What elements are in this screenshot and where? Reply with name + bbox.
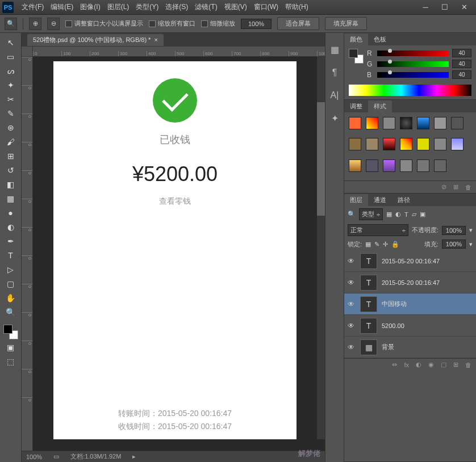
gradient-tool[interactable]: ▦ <box>3 192 18 205</box>
style-swatch[interactable] <box>400 138 412 150</box>
chevron-right-icon[interactable]: ▸ <box>132 453 136 460</box>
color-slider[interactable] <box>377 51 449 56</box>
move-tool[interactable]: ↖ <box>3 36 18 49</box>
zoom-out-icon[interactable]: ⊖ <box>47 18 60 30</box>
magic-wand-tool[interactable]: ✦ <box>3 79 18 91</box>
panel-tab[interactable]: 颜色 <box>344 33 368 45</box>
lock-position-icon[interactable]: ✎ <box>374 241 379 248</box>
menu-item[interactable]: 文件(F) <box>18 0 47 14</box>
character-icon[interactable]: A| <box>331 90 339 100</box>
fx-icon[interactable]: fx <box>404 362 409 368</box>
brush-panel-icon[interactable]: ✦ <box>331 113 339 124</box>
style-swatch[interactable] <box>417 138 429 150</box>
color-swatches[interactable] <box>3 325 18 339</box>
style-swatch[interactable] <box>383 117 395 129</box>
style-swatch[interactable] <box>434 138 446 150</box>
type-tool[interactable]: T <box>3 249 18 262</box>
style-swatch[interactable] <box>349 159 361 172</box>
vertical-scrollbar[interactable] <box>317 57 325 439</box>
fit-screen-button[interactable]: 适合屏幕 <box>277 17 319 30</box>
menu-item[interactable]: 视图(V) <box>221 0 250 14</box>
color-value[interactable]: 40 <box>452 49 471 57</box>
close-icon[interactable]: × <box>154 36 157 43</box>
filter-shape-icon[interactable]: ▱ <box>412 211 416 218</box>
panel-tab[interactable]: 色板 <box>368 33 392 45</box>
style-swatch[interactable] <box>417 117 429 129</box>
zoom-in-icon[interactable]: ⊕ <box>29 18 41 30</box>
layer-item[interactable]: 👁▦背景 <box>344 337 476 358</box>
layer-item[interactable]: 👁T5200.00 <box>344 315 476 337</box>
visibility-icon[interactable]: 👁 <box>348 257 356 265</box>
panel-tab[interactable]: 路径 <box>392 194 416 206</box>
link-icon[interactable]: ⇔ <box>392 361 397 368</box>
style-swatch[interactable] <box>349 117 361 129</box>
group-icon[interactable]: ▢ <box>441 361 446 368</box>
screen-mode-icon[interactable]: ⬚ <box>3 355 18 368</box>
panel-tab[interactable]: 调整 <box>344 100 368 112</box>
visibility-icon[interactable]: 👁 <box>348 279 356 287</box>
zoom-tool[interactable]: 🔍 <box>3 306 18 318</box>
filter-select[interactable]: 类型÷ <box>359 208 383 220</box>
scrubby-checkbox[interactable]: 细微缩放 <box>201 19 235 28</box>
visibility-icon[interactable]: 👁 <box>348 322 356 330</box>
layer-item[interactable]: 👁T中国移动 <box>344 293 476 315</box>
visibility-icon[interactable]: 👁 <box>348 300 356 308</box>
canvas[interactable]: 已收钱 ¥5200.00 查看零钱 转账时间：2015-05-20 00:16:… <box>53 61 297 439</box>
eraser-tool[interactable]: ◧ <box>3 178 18 191</box>
fill-screen-button[interactable]: 填充屏幕 <box>325 17 367 30</box>
layer-item[interactable]: 👁T2015-05-20 00:16:47 <box>344 250 476 272</box>
menu-item[interactable]: 编辑(E) <box>47 0 77 14</box>
dodge-tool[interactable]: ◐ <box>3 221 18 233</box>
style-swatch[interactable] <box>417 159 429 172</box>
lock-image-icon[interactable]: ▦ <box>365 241 371 248</box>
trash-icon[interactable]: 🗑 <box>465 184 471 191</box>
style-swatch[interactable] <box>400 117 412 129</box>
style-swatch[interactable] <box>366 117 378 129</box>
menu-item[interactable]: 滤镜(T) <box>191 0 220 14</box>
blur-tool[interactable]: ● <box>3 207 18 219</box>
histogram-icon[interactable]: ▦ <box>331 44 339 55</box>
paragraph-icon[interactable]: ¶ <box>332 68 337 78</box>
menu-item[interactable]: 图像(I) <box>77 0 103 14</box>
fill-input[interactable]: 100% <box>442 240 466 249</box>
layer-item[interactable]: 👁T2015-05-20 00:16:47 <box>344 272 476 293</box>
panel-tab[interactable]: 通道 <box>368 194 392 206</box>
zoom-value[interactable]: 100% <box>241 19 272 29</box>
fg-bg-swatch[interactable] <box>349 49 364 64</box>
status-pan-icon[interactable]: ▭ <box>53 453 59 460</box>
new-icon[interactable]: ⊞ <box>453 183 458 191</box>
history-brush-tool[interactable]: ↺ <box>3 164 18 177</box>
new-layer-icon[interactable]: ⊞ <box>453 361 458 368</box>
mask-icon[interactable]: ◐ <box>416 361 421 368</box>
filter-adjust-icon[interactable]: ◐ <box>395 211 401 218</box>
menu-item[interactable]: 类型(Y) <box>132 0 162 14</box>
maximize-button[interactable]: ☐ <box>439 3 451 12</box>
lasso-tool[interactable]: ᔕ <box>3 65 18 77</box>
color-slider[interactable] <box>377 72 449 78</box>
canvas-area[interactable]: 已收钱 ¥5200.00 查看零钱 转账时间：2015-05-20 00:16:… <box>33 57 317 439</box>
brush-tool[interactable]: 🖌 <box>3 136 18 148</box>
style-swatch[interactable] <box>383 138 395 150</box>
style-swatch[interactable] <box>349 138 361 150</box>
quick-mask-icon[interactable]: ▣ <box>3 341 18 354</box>
color-value[interactable]: 40 <box>452 60 471 68</box>
filter-pixel-icon[interactable]: ▦ <box>386 211 392 218</box>
delete-icon[interactable]: 🗑 <box>465 362 471 368</box>
lock-move-icon[interactable]: ✢ <box>383 241 388 248</box>
panel-tab[interactable]: 样式 <box>368 100 392 112</box>
menu-item[interactable]: 选择(S) <box>162 0 191 14</box>
style-swatch[interactable] <box>366 159 378 172</box>
zoom-tool-icon[interactable]: 🔍 <box>5 18 17 30</box>
minimize-button[interactable]: ─ <box>419 3 432 12</box>
fit-window-checkbox[interactable]: 调整窗口大小以满屏显示 <box>65 19 143 28</box>
marquee-tool[interactable]: ▭ <box>3 51 18 63</box>
healing-tool[interactable]: ⊛ <box>3 121 18 134</box>
style-swatch[interactable] <box>366 138 378 150</box>
hand-tool[interactable]: ✋ <box>3 292 18 304</box>
panel-tab[interactable]: 图层 <box>344 194 368 206</box>
status-zoom[interactable]: 100% <box>26 453 42 460</box>
menu-item[interactable]: 图层(L) <box>104 0 133 14</box>
no-icon[interactable]: ⊘ <box>441 183 446 191</box>
filter-smart-icon[interactable]: ▣ <box>420 211 425 218</box>
zoom-all-checkbox[interactable]: 缩放所有窗口 <box>149 19 195 28</box>
